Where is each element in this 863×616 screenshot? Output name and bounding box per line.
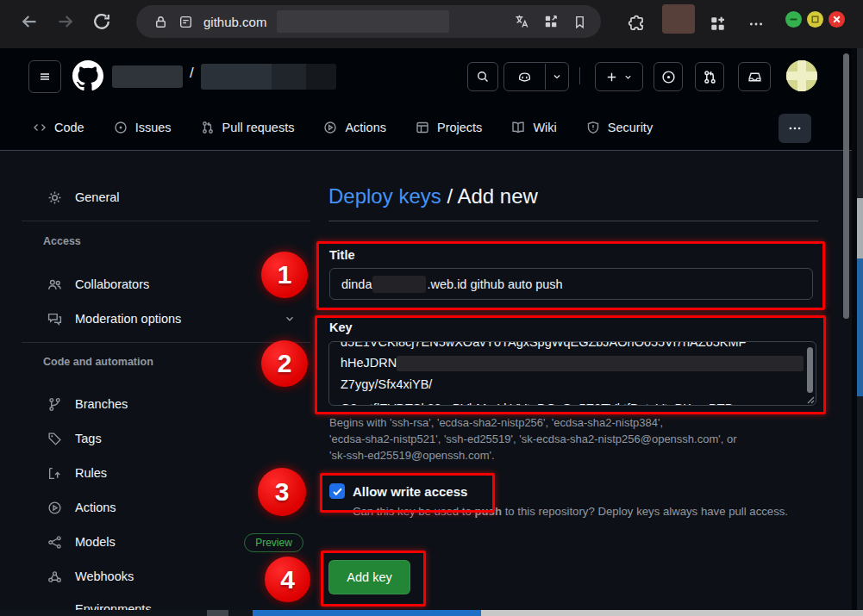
sidebar-divider xyxy=(22,221,310,221)
rules-icon xyxy=(47,466,62,481)
key-hint-line: 'ecdsa-sha2-nistp521', 'ssh-ed25519', 's… xyxy=(329,431,814,448)
key-hint-line: Begins with 'ssh-rsa', 'ecdsa-sha2-nistp… xyxy=(329,414,814,432)
tab-code[interactable]: Code xyxy=(33,121,84,134)
people-icon xyxy=(47,277,62,292)
url-redaction xyxy=(277,10,449,33)
webhook-icon xyxy=(47,569,62,584)
address-bar[interactable]: github.com xyxy=(136,5,601,38)
code-icon xyxy=(33,121,47,134)
user-avatar[interactable] xyxy=(786,60,817,91)
key-hint-line: 'sk-ssh-ed25519@openssh.com'. xyxy=(329,447,814,464)
annotation-box-button xyxy=(321,551,426,607)
models-icon xyxy=(47,535,62,550)
security-icon xyxy=(586,121,600,134)
sidebar-divider xyxy=(22,342,310,343)
search-button[interactable] xyxy=(467,62,498,91)
gear-icon xyxy=(47,190,62,205)
background-window-sliver xyxy=(857,396,863,610)
heading-divider xyxy=(328,221,818,221)
sidebar-section-code-automation: Code and automation xyxy=(43,356,153,368)
copilot-icon xyxy=(504,70,545,84)
branch-icon xyxy=(47,397,62,412)
issues-button[interactable] xyxy=(654,62,683,91)
annotation-step-3: 3 xyxy=(258,468,306,516)
tag-icon xyxy=(47,432,62,446)
annotation-step-1: 1 xyxy=(261,252,308,298)
annotation-step-4: 4 xyxy=(265,557,310,602)
bookmark-icon[interactable] xyxy=(572,15,587,29)
settings-sidebar: General Access Collaborators Moderation … xyxy=(0,151,315,610)
tab-wiki[interactable]: Wiki xyxy=(511,121,556,134)
title-current: Add new xyxy=(457,184,537,208)
sidebar-item-environments[interactable]: Environments xyxy=(0,592,315,610)
projects-icon xyxy=(416,121,429,134)
hamburger-menu-button[interactable] xyxy=(28,60,61,93)
taskbar-segment xyxy=(207,610,228,616)
repo-name-redaction[interactable] xyxy=(201,64,336,90)
browser-menu-icon[interactable] xyxy=(747,16,766,32)
copilot-chevron-icon[interactable] xyxy=(546,72,568,82)
create-new-button[interactable] xyxy=(595,62,643,91)
annotation-box-key xyxy=(315,315,826,414)
pull-request-icon xyxy=(201,121,215,134)
forward-button[interactable] xyxy=(55,11,76,32)
annotation-step-2: 2 xyxy=(261,340,308,387)
taskbar-segment xyxy=(253,610,481,616)
sidebar-item-tags[interactable]: Tags xyxy=(0,421,315,456)
play-icon xyxy=(47,501,62,515)
actions-icon xyxy=(323,121,337,134)
taskbar-segment xyxy=(481,610,863,616)
nav-overflow-button[interactable] xyxy=(779,114,811,143)
title-separator: / xyxy=(441,184,458,208)
background-window-sliver xyxy=(857,48,863,198)
breadcrumb-separator: / xyxy=(190,65,194,82)
apps-grid-icon[interactable] xyxy=(709,15,727,33)
tab-issues[interactable]: Issues xyxy=(114,121,172,134)
pull-requests-button[interactable] xyxy=(695,62,724,91)
browser-toolbar: github.com xyxy=(0,0,863,48)
comment-discussion-icon xyxy=(47,312,62,327)
annotation-box-title xyxy=(316,241,825,310)
extensions-icon[interactable] xyxy=(628,15,646,33)
split-screen-icon[interactable] xyxy=(543,14,559,29)
environments-icon xyxy=(47,602,62,611)
github-logo[interactable] xyxy=(72,60,103,91)
header-divider xyxy=(579,67,580,84)
maximize-button[interactable] xyxy=(807,11,823,28)
inbox-button[interactable] xyxy=(738,62,771,91)
repo-nav-tabs: Code Issues Pull requests Actions Projec… xyxy=(33,107,653,148)
copilot-button[interactable] xyxy=(503,62,569,91)
refresh-button[interactable] xyxy=(91,11,112,32)
lock-icon xyxy=(153,15,168,29)
screen: github.com xyxy=(0,0,863,616)
sidebar-section-access: Access xyxy=(43,235,81,247)
minimize-button[interactable] xyxy=(785,11,802,28)
sidebar-item-moderation-options[interactable]: Moderation options xyxy=(0,302,315,336)
sidebar-item-general[interactable]: General xyxy=(0,180,315,215)
translate-icon[interactable] xyxy=(514,14,529,29)
annotation-box-checkbox xyxy=(320,473,495,513)
site-info-icon[interactable] xyxy=(178,15,193,29)
sidebar-item-branches[interactable]: Branches xyxy=(0,387,315,421)
background-window-sliver xyxy=(857,258,863,396)
background-window-sliver xyxy=(857,198,863,258)
page-title: Deploy keys / Add new xyxy=(328,184,538,208)
url-host: github.com xyxy=(203,15,266,29)
wiki-icon xyxy=(511,121,525,134)
chevron-down-icon[interactable] xyxy=(284,313,296,325)
repo-owner-redaction[interactable] xyxy=(112,65,183,88)
tab-projects[interactable]: Projects xyxy=(416,121,482,134)
github-header: / xyxy=(0,48,854,151)
page-scrollbar[interactable] xyxy=(843,53,849,319)
issue-icon xyxy=(114,121,128,134)
browser-profile-avatar[interactable] xyxy=(662,4,695,34)
tab-pull-requests[interactable]: Pull requests xyxy=(201,121,295,134)
close-button[interactable] xyxy=(829,11,845,28)
deploy-keys-link[interactable]: Deploy keys xyxy=(328,184,441,208)
preview-badge: Preview xyxy=(244,533,303,552)
taskbar-strip xyxy=(0,610,863,616)
tab-actions[interactable]: Actions xyxy=(323,121,386,134)
tab-security[interactable]: Security xyxy=(586,121,653,134)
back-button[interactable] xyxy=(19,11,40,32)
